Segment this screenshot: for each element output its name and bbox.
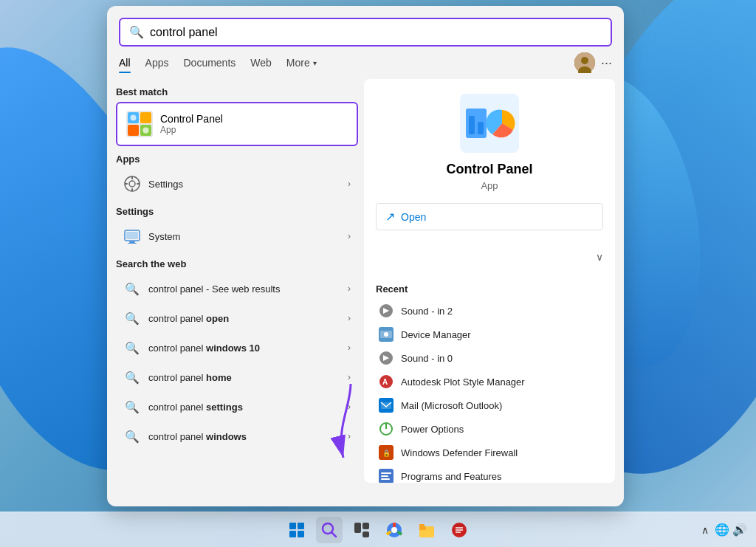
svg-point-9 bbox=[143, 128, 149, 134]
svg-rect-19 bbox=[128, 243, 137, 244]
svg-rect-15 bbox=[137, 183, 140, 185]
list-item-web-1[interactable]: 🔍 control panel - See web results › bbox=[116, 274, 358, 303]
best-match-item[interactable]: Control Panel App bbox=[116, 102, 358, 146]
more-options-button[interactable]: ··· bbox=[601, 56, 612, 69]
mail-icon bbox=[379, 398, 394, 413]
control-panel-icon bbox=[126, 111, 153, 137]
tab-documents[interactable]: Documents bbox=[183, 52, 236, 73]
chevron-down-icon: ∨ bbox=[596, 251, 603, 263]
recent-item-6-label: Power Options bbox=[401, 424, 464, 435]
right-panel-title: Control Panel bbox=[376, 162, 603, 177]
avatar[interactable] bbox=[574, 52, 595, 73]
system-chevron-icon: › bbox=[348, 231, 351, 241]
svg-point-8 bbox=[131, 115, 137, 121]
recent-label: Recent bbox=[376, 283, 603, 295]
svg-rect-18 bbox=[129, 241, 135, 243]
svg-line-54 bbox=[331, 532, 336, 537]
search-input[interactable] bbox=[150, 26, 602, 39]
recent-item-4[interactable]: A Autodesk Plot Style Manager bbox=[376, 370, 603, 393]
windows-start-button[interactable] bbox=[284, 517, 310, 543]
recent-item-8[interactable]: Programs and Features bbox=[376, 464, 603, 483]
svg-rect-43 bbox=[381, 478, 390, 480]
recent-item-5-label: Mail (Microsoft Outlook) bbox=[401, 400, 502, 411]
recent-item-3[interactable]: Sound - in 0 bbox=[376, 346, 603, 370]
web-4-chevron-icon: › bbox=[348, 372, 351, 382]
expand-button[interactable]: ∨ bbox=[376, 248, 603, 266]
apps-section-label: Apps bbox=[116, 154, 358, 165]
settings-chevron-icon: › bbox=[348, 179, 351, 189]
tab-apps[interactable]: Apps bbox=[145, 52, 169, 73]
file-explorer-button[interactable] bbox=[413, 517, 440, 543]
settings-label: Settings bbox=[148, 179, 340, 190]
autodesk-icon: A bbox=[379, 374, 394, 389]
sound-in0-icon bbox=[379, 351, 394, 365]
svg-point-59 bbox=[391, 527, 397, 533]
list-item-web-3[interactable]: 🔍 control panel windows 10 › bbox=[116, 333, 358, 362]
chevron-down-icon: ▾ bbox=[313, 59, 317, 67]
left-panel: Best match Control Panel App bbox=[116, 79, 364, 483]
svg-rect-51 bbox=[289, 531, 296, 537]
svg-rect-14 bbox=[125, 183, 128, 185]
list-item-web-5[interactable]: 🔍 control panel settings › bbox=[116, 392, 358, 422]
svg-rect-55 bbox=[354, 523, 361, 533]
open-button[interactable]: ↗ Open bbox=[376, 203, 603, 230]
search-overlay: 🔍 All Apps Documents Web More ▾ ··· bbox=[107, 6, 624, 506]
recent-item-7-label: Windows Defender Firewall bbox=[401, 447, 518, 458]
recent-item-6[interactable]: Power Options bbox=[376, 417, 603, 441]
list-item-system[interactable]: System › bbox=[116, 221, 358, 251]
system-label: System bbox=[148, 231, 340, 242]
search-web-icon-5: 🔍 bbox=[123, 398, 141, 416]
svg-rect-17 bbox=[126, 232, 138, 239]
taskbar: ∧ 🌐 🔊 bbox=[0, 512, 756, 547]
best-match-label: Best match bbox=[116, 86, 358, 97]
list-item-web-4[interactable]: 🔍 control panel home › bbox=[116, 362, 358, 392]
search-button[interactable] bbox=[316, 517, 343, 543]
recent-item-2[interactable]: Device Manager bbox=[376, 323, 603, 346]
recent-item-7[interactable]: 🔒 Windows Defender Firewall bbox=[376, 441, 603, 464]
tab-more[interactable]: More ▾ bbox=[286, 52, 317, 73]
svg-text:A: A bbox=[382, 378, 388, 386]
task-view-button[interactable] bbox=[348, 517, 375, 543]
web-3-chevron-icon: › bbox=[348, 343, 351, 353]
web-1-chevron-icon: › bbox=[348, 283, 351, 294]
svg-text:🔒: 🔒 bbox=[382, 449, 391, 458]
svg-rect-50 bbox=[298, 523, 304, 529]
wifi-icon: 🌐 bbox=[715, 523, 729, 537]
web-2-chevron-icon: › bbox=[348, 313, 351, 323]
system-tray-expand[interactable]: ∧ bbox=[701, 524, 709, 536]
web-search-2-label: control panel open bbox=[148, 313, 340, 324]
search-icon: 🔍 bbox=[129, 25, 144, 39]
settings-section-label: Settings bbox=[116, 206, 358, 217]
recent-item-2-label: Device Manager bbox=[401, 329, 471, 340]
firewall-icon: 🔒 bbox=[379, 445, 394, 460]
tabs-bar: All Apps Documents Web More ▾ ··· bbox=[107, 47, 624, 73]
recent-item-5[interactable]: Mail (Microsoft Outlook) bbox=[376, 393, 603, 417]
volume-icon: 🔊 bbox=[732, 523, 747, 537]
svg-rect-52 bbox=[298, 531, 304, 537]
tab-web[interactable]: Web bbox=[250, 52, 272, 73]
chrome-button[interactable] bbox=[381, 517, 408, 543]
main-content: Best match Control Panel App bbox=[107, 73, 624, 489]
svg-rect-23 bbox=[478, 122, 484, 134]
mail-taskbar-button[interactable] bbox=[446, 517, 472, 543]
tab-all[interactable]: All bbox=[119, 52, 131, 73]
search-bar[interactable]: 🔍 bbox=[119, 18, 612, 47]
right-panel: Control Panel App ↗ Open ∨ Recent bbox=[364, 79, 615, 483]
svg-rect-49 bbox=[289, 523, 296, 529]
svg-rect-13 bbox=[131, 188, 133, 191]
web-search-4-label: control panel home bbox=[148, 372, 340, 383]
svg-point-29 bbox=[384, 332, 388, 337]
list-item-web-6[interactable]: 🔍 control panel windows › bbox=[116, 422, 358, 451]
web-search-5-label: control panel settings bbox=[148, 402, 340, 413]
web-section-label: Search the web bbox=[116, 258, 358, 269]
search-web-icon-4: 🔍 bbox=[123, 368, 141, 386]
right-panel-cp-icon bbox=[460, 94, 519, 153]
search-web-icon-2: 🔍 bbox=[123, 309, 141, 327]
list-item-settings[interactable]: Settings › bbox=[116, 169, 358, 199]
svg-rect-42 bbox=[381, 475, 388, 477]
search-web-icon-3: 🔍 bbox=[123, 339, 141, 357]
recent-item-1[interactable]: Sound - in 2 bbox=[376, 299, 603, 323]
sound-in2-icon bbox=[379, 303, 394, 318]
svg-point-11 bbox=[129, 181, 135, 187]
list-item-web-2[interactable]: 🔍 control panel open › bbox=[116, 303, 358, 333]
